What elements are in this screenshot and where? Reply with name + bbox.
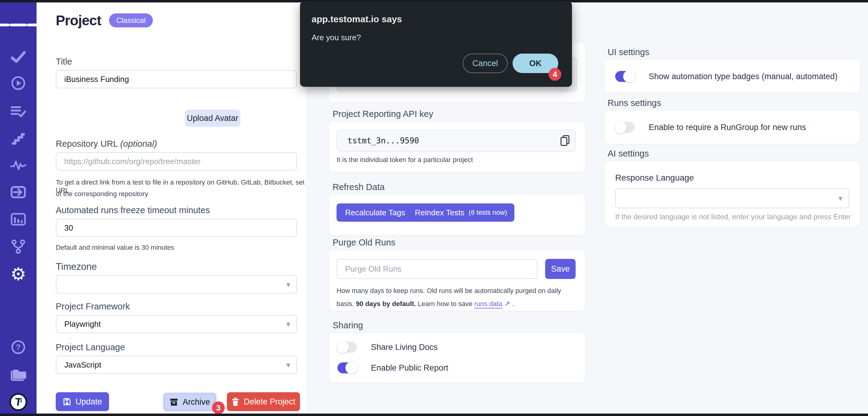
steps-icon[interactable] [11,131,26,145]
chevron-down-icon: ▾ [838,194,842,203]
response-language-select[interactable]: ▾ [615,188,849,208]
rungroup-required-toggle[interactable] [615,122,635,133]
save-icon [63,397,71,406]
refresh-data-heading: Refresh Data [333,182,385,192]
purge-old-runs-heading: Purge Old Runs [333,237,395,248]
analytics-chart-icon[interactable] [10,213,26,226]
external-link-icon: ↗ [504,299,510,308]
hamburger-menu-icon[interactable] [0,22,44,29]
page-title: Project [56,12,101,29]
chevron-down-icon: ▾ [286,360,290,370]
classical-badge: Classical [109,13,153,27]
tests-check-icon[interactable] [10,50,26,63]
api-key-card: tstmt_3n...9590 It is the individual tok… [329,122,585,172]
freeze-timeout-label: Automated runs freeze timeout minutes [56,205,210,215]
archive-box-icon [169,398,178,406]
refresh-data-card: Recalculate Tags Reindex Tests (6 tests … [329,195,585,235]
enable-public-report-label: Enable Public Report [371,363,448,373]
chevron-down-icon: ▾ [286,319,290,329]
cancel-button[interactable]: Cancel [463,54,508,73]
timezone-label: Timezone [56,261,97,272]
repository-url-label: Repository URL (optional) [56,139,157,149]
dialog-message: Are you sure? [312,33,361,42]
projects-folders-icon[interactable] [10,367,27,381]
play-circle-icon[interactable] [11,75,26,91]
upload-avatar-button[interactable]: Upload Avatar [185,109,240,127]
archive-button[interactable]: Archive [164,393,216,411]
pulse-icon[interactable] [10,159,26,171]
branches-icon[interactable] [10,239,26,254]
enable-public-report-toggle[interactable] [337,362,357,373]
share-living-docs-label: Share Living Docs [371,343,438,352]
copy-icon[interactable] [560,135,570,147]
window-bottom-edge [0,414,868,416]
share-living-docs-toggle[interactable] [337,342,357,353]
archive-count-badge: 3 [212,402,225,414]
ai-settings-card: Response Language ▾ If the desired langu… [604,161,860,227]
title-label: Title [56,57,72,67]
response-language-label: Response Language [615,173,694,183]
repository-help-line2: of the corresponding repository [56,190,148,198]
title-input[interactable]: iBusiness Funding [56,70,297,88]
api-key-label: Project Reporting API key [333,109,433,119]
sharing-heading: Sharing [333,320,363,330]
update-button[interactable]: Update [56,392,109,411]
automation-badges-toggle[interactable] [615,71,635,82]
browser-confirm-dialog: app.testomat.io says Are you sure? Cance… [300,1,572,87]
svg-text:?: ? [16,343,21,352]
trash-icon [231,397,239,406]
runs-checklist-icon[interactable] [10,104,26,118]
language-select[interactable]: JavaScript▾ [56,356,297,374]
framework-select[interactable]: Playwright▾ [56,315,297,333]
ai-help-text: If the desired language is not listed, e… [615,213,851,221]
chevron-down-icon: ▾ [286,280,290,289]
api-key-field[interactable]: tstmt_3n...9590 [337,130,576,152]
project-form-panel: Project Classical Title iBusiness Fundin… [36,2,306,414]
ok-count-badge: 4 [549,68,561,81]
runs-settings-heading: Runs settings [608,98,661,108]
settings-gear-icon[interactable]: ⚙ [10,265,26,283]
timezone-select[interactable]: ▾ [56,275,297,294]
language-label: Project Language [56,342,125,352]
ai-settings-heading: AI settings [608,149,649,159]
reindex-tests-button[interactable]: Reindex Tests (6 tests now) [407,203,515,222]
automation-badges-label: Show automation type badges (manual, aut… [649,72,838,81]
freeze-timeout-input[interactable]: 30 [56,219,297,237]
runs-settings-card: Enable to require a RunGroup for new run… [604,111,860,144]
dialog-title: app.testomat.io says [312,14,402,24]
sharing-card: Share Living Docs Enable Public Report [329,333,585,383]
user-avatar[interactable]: T [9,393,27,411]
purge-old-runs-card: Purge Old Runs Save How many days to kee… [329,250,585,311]
purge-old-runs-input[interactable]: Purge Old Runs [337,259,537,279]
freeze-timeout-help: Default and minimal value is 30 minutes [56,244,174,252]
repository-url-input[interactable]: https://github.com/org/repo/tree/master [56,152,297,170]
recalculate-tags-button[interactable]: Recalculate Tags [337,203,414,222]
save-button[interactable]: Save [545,259,576,279]
help-icon[interactable]: ? [11,340,26,355]
delete-project-button[interactable]: Delete Project [227,392,300,411]
import-box-icon[interactable] [10,186,26,199]
rungroup-required-label: Enable to require a RunGroup for new run… [649,123,806,132]
api-key-help: It is the individual token for a particu… [337,156,473,164]
ui-settings-heading: UI settings [608,47,649,57]
framework-label: Project Framework [56,301,130,312]
ui-settings-card: Show automation type badges (manual, aut… [604,60,860,93]
purge-help: How many days to keep runs. Old runs wil… [337,284,577,310]
sidebar: ⚙ ? T [0,2,36,414]
runs-data-link[interactable]: runs data [474,300,502,308]
